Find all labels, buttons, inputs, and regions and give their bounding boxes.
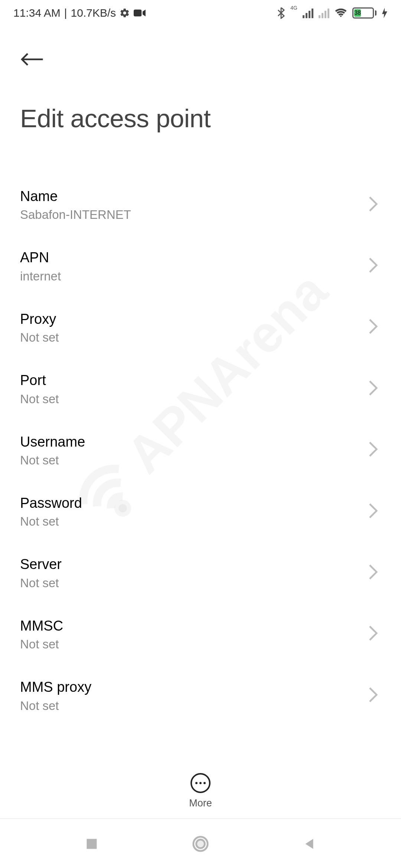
setting-value: internet xyxy=(20,269,361,283)
setting-label: MMSC xyxy=(20,617,361,635)
wifi-icon xyxy=(335,8,347,18)
chevron-right-icon xyxy=(368,380,378,398)
triangle-left-icon xyxy=(303,836,316,851)
setting-label: Name xyxy=(20,187,361,206)
setting-value: Sabafon-INTERNET xyxy=(20,208,361,222)
chevron-right-icon xyxy=(368,318,378,336)
setting-row-mmsc[interactable]: MMSC Not set xyxy=(0,604,401,665)
gear-icon xyxy=(120,8,130,18)
video-icon xyxy=(134,9,146,17)
page-title: Edit access point xyxy=(20,104,381,133)
status-left: 11:34 AM | 10.7KB/s xyxy=(13,7,146,19)
chevron-right-icon xyxy=(368,257,378,275)
chevron-right-icon xyxy=(368,441,378,459)
setting-label: Password xyxy=(20,494,361,512)
setting-label: APN xyxy=(20,249,361,267)
setting-value: Not set xyxy=(20,699,361,713)
setting-row-username[interactable]: Username Not set xyxy=(0,420,401,481)
chevron-right-icon xyxy=(368,564,378,582)
square-icon xyxy=(85,837,98,851)
navigation-bar xyxy=(0,820,401,868)
chevron-right-icon xyxy=(368,196,378,214)
nav-back-button[interactable] xyxy=(299,834,320,854)
setting-label: MMS proxy xyxy=(20,678,361,696)
setting-row-proxy[interactable]: Proxy Not set xyxy=(0,297,401,358)
svg-rect-0 xyxy=(134,10,141,17)
signal-icon-1 xyxy=(303,8,313,18)
nav-recents-button[interactable] xyxy=(81,834,102,854)
header: Edit access point xyxy=(0,26,401,133)
signal-icon-2 xyxy=(319,8,329,18)
nav-home-button[interactable] xyxy=(190,834,211,854)
setting-value: Not set xyxy=(20,637,361,651)
setting-row-server[interactable]: Server Not set xyxy=(0,542,401,603)
battery-icon: 38 xyxy=(352,7,376,19)
settings-list: Name Sabafon-INTERNET APN internet Proxy… xyxy=(0,174,401,726)
setting-value: Not set xyxy=(20,514,361,529)
more-button[interactable]: More xyxy=(189,773,212,809)
svg-rect-2 xyxy=(87,839,97,849)
bottom-action-bar: More xyxy=(0,763,401,819)
status-bar: 11:34 AM | 10.7KB/s 4G 38 xyxy=(0,0,401,26)
setting-value: Not set xyxy=(20,331,361,345)
setting-label: Port xyxy=(20,371,361,389)
setting-row-mms-proxy[interactable]: MMS proxy Not set xyxy=(0,665,401,726)
chevron-right-icon xyxy=(368,503,378,520)
more-icon xyxy=(190,773,211,793)
setting-label: Username xyxy=(20,433,361,451)
status-speed: 10.7KB/s xyxy=(71,7,116,19)
circle-icon xyxy=(192,835,209,852)
chevron-right-icon xyxy=(368,687,378,704)
setting-value: Not set xyxy=(20,392,361,406)
status-time: 11:34 AM xyxy=(13,7,61,19)
chevron-right-icon xyxy=(368,625,378,643)
back-button[interactable] xyxy=(20,45,50,74)
setting-label: Server xyxy=(20,555,361,573)
setting-row-port[interactable]: Port Not set xyxy=(0,358,401,419)
setting-row-apn[interactable]: APN internet xyxy=(0,235,401,296)
more-label: More xyxy=(189,798,212,809)
setting-value: Not set xyxy=(20,576,361,590)
setting-row-password[interactable]: Password Not set xyxy=(0,481,401,542)
setting-row-name[interactable]: Name Sabafon-INTERNET xyxy=(0,174,401,235)
setting-value: Not set xyxy=(20,453,361,467)
network-type-4g: 4G xyxy=(290,5,297,11)
svg-point-4 xyxy=(196,840,205,848)
bluetooth-icon xyxy=(277,7,285,19)
charging-icon xyxy=(382,8,388,18)
status-right: 4G 38 xyxy=(277,7,388,19)
arrow-left-icon xyxy=(20,52,44,67)
setting-label: Proxy xyxy=(20,310,361,328)
